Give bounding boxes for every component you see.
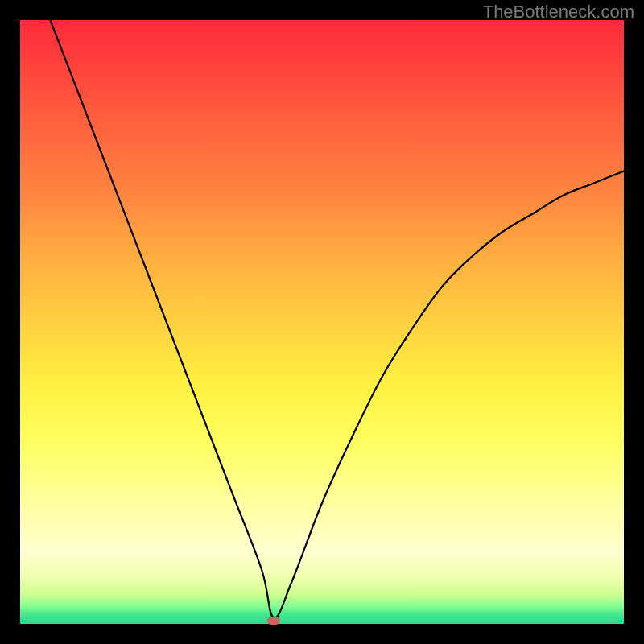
chart-plot-area (20, 20, 624, 624)
bottleneck-curve (20, 20, 624, 624)
optimal-point-marker (267, 617, 280, 625)
attribution-watermark: TheBottleneck.com (483, 2, 634, 23)
